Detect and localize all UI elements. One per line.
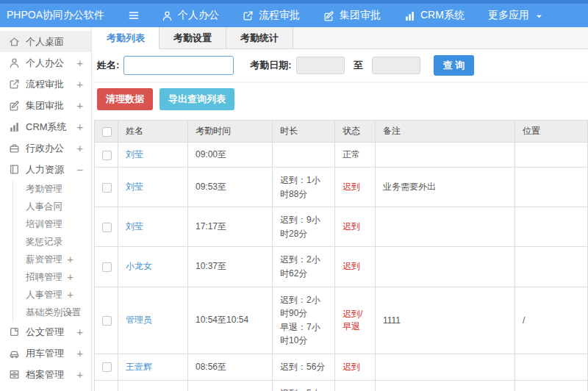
column-header: 考勤时间 (188, 121, 273, 143)
employee-name-link[interactable]: 刘莹 (126, 182, 143, 192)
expand-icon[interactable]: + (68, 306, 74, 318)
name-cell: 王壹辉 (118, 354, 188, 380)
sidebar-item[interactable]: 项目管理+ (0, 385, 91, 391)
tab[interactable]: 考勤统计 (226, 27, 293, 49)
expand-icon[interactable]: + (77, 369, 83, 381)
duration-cell (273, 143, 335, 168)
tab-label: 考勤列表 (107, 32, 145, 43)
date-from-input[interactable] (296, 57, 345, 74)
attendance-row: 管理员10:54至10:54迟到：2小时90分早退：7小时10分迟到/早退111… (95, 287, 588, 354)
location-cell: / (515, 287, 588, 354)
name-input[interactable] (123, 56, 234, 75)
attendance-row: 王壹辉08:56至迟到：56分迟到 (95, 354, 588, 380)
caret-down-icon (534, 11, 544, 21)
export-list-button[interactable]: 导出查询列表 (159, 88, 234, 110)
select-all-header-cell (95, 121, 118, 143)
checkbox-cell (95, 207, 118, 247)
checkbox-cell (95, 287, 118, 354)
sidebar-item[interactable]: 考勤管理 (12, 180, 91, 198)
topnav-item[interactable]: 集团审批 (323, 9, 381, 22)
user-icon (162, 10, 173, 21)
clean-data-button[interactable]: 清理数据 (97, 88, 153, 110)
sidebar-item-label: 个人桌面 (26, 35, 64, 49)
menu-toggle-icon[interactable] (128, 10, 140, 21)
expand-icon[interactable]: + (77, 143, 83, 154)
sidebar-item-label: 招聘管理 (26, 271, 62, 284)
date-to-input[interactable] (372, 57, 420, 74)
expand-icon[interactable]: + (77, 348, 83, 359)
column-header: 备注 (376, 121, 515, 143)
sidebar-item[interactable]: 薪资管理+ (12, 251, 91, 268)
sidebar-item[interactable]: 档案管理+ (0, 364, 91, 385)
expand-icon[interactable]: + (77, 57, 83, 69)
checkbox-cell (95, 143, 118, 168)
tab[interactable]: 考勤列表 (93, 27, 159, 49)
sidebar-item-label: 集团审批 (26, 99, 64, 112)
status-cell: 迟到 (335, 207, 376, 247)
name-cell: 刘莹 (118, 207, 188, 247)
app-logo[interactable]: PHPOA协同办公软件 (0, 9, 119, 22)
sidebar: 个人桌面个人办公+流程审批+集团审批+CRM系统+行政办公+人力资源−考勤管理人… (0, 27, 92, 391)
expand-icon[interactable]: + (68, 271, 74, 283)
sidebar-item[interactable]: 人事合同 (12, 198, 91, 215)
expand-icon[interactable]: + (77, 121, 83, 133)
sidebar-item[interactable]: 招聘管理+ (12, 268, 91, 286)
remark-cell (376, 380, 515, 391)
sidebar-item[interactable]: 人事管理+ (12, 286, 91, 304)
sidebar-item-label: 流程审批 (26, 78, 64, 91)
row-checkbox[interactable] (102, 151, 112, 160)
table-header-row: 姓名考勤时间时长状态备注位置 (95, 121, 588, 143)
location-cell: / (515, 380, 588, 391)
expand-icon[interactable]: + (77, 79, 83, 90)
employee-name-link[interactable]: 刘莹 (126, 149, 143, 159)
sidebar-item[interactable]: 个人桌面 (0, 31, 91, 52)
status-cell: 迟到/早退 (335, 287, 376, 354)
status-cell: 正常 (335, 143, 376, 168)
expand-icon[interactable]: + (77, 100, 83, 112)
sidebar-item[interactable]: 奖惩记录 (12, 233, 91, 251)
topnav-item[interactable]: 流程审批 (243, 9, 300, 22)
time-cell: 10:37至 (188, 247, 273, 287)
sidebar-item[interactable]: 人力资源− (0, 159, 91, 180)
checkbox-cell (95, 354, 118, 380)
employee-name-link[interactable]: 管理员 (126, 315, 152, 325)
sidebar-item-label: 奖惩记录 (26, 236, 62, 248)
expand-icon[interactable]: + (77, 326, 83, 338)
select-all-checkbox[interactable] (102, 127, 112, 137)
search-button[interactable]: 查 询 (434, 55, 475, 76)
sidebar-item[interactable]: 培训管理 (12, 215, 91, 233)
sidebar-item[interactable]: 流程审批+ (0, 73, 91, 95)
row-checkbox[interactable] (102, 316, 112, 326)
employee-name-link[interactable]: 小龙女 (126, 261, 152, 271)
sidebar-item[interactable]: CRM系统+ (0, 116, 91, 137)
row-checkbox[interactable] (102, 223, 112, 232)
status-badge: 迟到/早退 (343, 309, 362, 331)
employee-name-link[interactable]: 王壹辉 (126, 362, 152, 372)
sidebar-item[interactable]: 用车管理+ (0, 342, 91, 364)
sidebar-item[interactable]: 公文管理+ (0, 321, 91, 342)
sidebar-item[interactable]: 集团审批+ (0, 95, 91, 116)
expand-icon[interactable]: + (68, 254, 74, 265)
sidebar-item-label: 考勤管理 (26, 183, 62, 196)
checkbox-cell (95, 247, 118, 287)
remark-cell (376, 354, 515, 380)
action-buttons: 清理数据 导出查询列表 (93, 83, 588, 115)
sidebar-item-label: 薪资管理 (26, 254, 62, 266)
employee-name-link[interactable]: 刘莹 (126, 221, 143, 232)
collapse-icon[interactable]: − (77, 164, 83, 176)
topnav-item[interactable]: CRM系统 (404, 9, 465, 22)
expand-icon[interactable]: + (68, 289, 74, 301)
edit-icon (9, 100, 20, 111)
topnav-item[interactable]: 更多应用 (488, 9, 544, 22)
topnav-item[interactable]: 个人办公 (162, 9, 219, 22)
tab-label: 考勤统计 (240, 32, 279, 43)
sidebar-item[interactable]: 基础类别设置+ (12, 304, 91, 321)
row-checkbox[interactable] (102, 362, 112, 372)
car-icon (9, 348, 20, 359)
row-checkbox[interactable] (102, 183, 112, 193)
sidebar-item-label: 培训管理 (26, 218, 62, 231)
sidebar-item[interactable]: 个人办公+ (0, 52, 91, 73)
tab[interactable]: 考勤设置 (159, 27, 226, 49)
row-checkbox[interactable] (102, 262, 112, 272)
sidebar-item[interactable]: 行政办公+ (0, 137, 91, 159)
